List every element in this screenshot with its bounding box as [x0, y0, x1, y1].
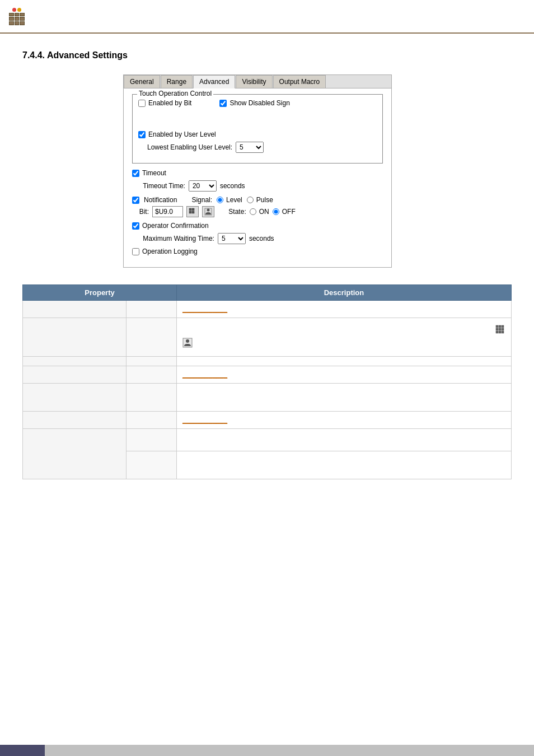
link-1[interactable]: ____________: [182, 305, 227, 313]
table-row: [23, 357, 512, 366]
prop-main-2: [23, 318, 127, 357]
enabled-by-user-level-checkbox[interactable]: [138, 131, 146, 138]
state-on-group: ON: [250, 208, 269, 216]
off-label: OFF: [282, 208, 296, 216]
bit-grid-icon[interactable]: [186, 206, 199, 217]
pulse-label: Pulse: [256, 196, 273, 204]
prop-main-5: [23, 384, 127, 412]
prop-main-3: [23, 357, 127, 366]
lowest-enabling-select[interactable]: 5 1 2 3 4: [236, 142, 264, 153]
table-row: ____________: [23, 301, 512, 318]
person-icon-small: [182, 338, 193, 348]
col-header-description: Description: [177, 285, 512, 301]
show-disabled-sign-checkbox[interactable]: [219, 100, 227, 107]
state-label: State:: [228, 208, 246, 216]
prop-sub-5: [127, 384, 177, 412]
timeout-time-select[interactable]: 20 5 10 30 60: [189, 180, 217, 192]
enabled-by-bit-checkbox[interactable]: [138, 100, 146, 107]
notification-checkbox[interactable]: [132, 197, 139, 204]
timeout-time-unit: seconds: [220, 182, 245, 190]
tab-visibility[interactable]: Visibility: [236, 75, 272, 88]
group-title: Touch Operation Control: [137, 90, 213, 97]
operator-confirmation-label: Operator Confirmation: [142, 222, 209, 230]
traffic-lights: [12, 8, 21, 12]
svg-rect-11: [502, 328, 504, 330]
on-label: ON: [259, 208, 269, 216]
state-off-radio[interactable]: [273, 208, 279, 215]
operation-logging-row: Operation Logging: [132, 248, 383, 255]
bit-input[interactable]: [152, 206, 183, 217]
timeout-label: Timeout: [142, 169, 166, 177]
grid-icon-small: [495, 325, 505, 334]
prop-main-1: [23, 301, 127, 318]
enabled-by-user-level-row: Enabled by User Level: [138, 130, 377, 138]
lowest-enabling-label: Lowest Enabling User Level:: [147, 143, 232, 151]
max-waiting-unit: seconds: [249, 235, 274, 242]
prop-sub-2: [127, 318, 177, 357]
prop-sub-7: [127, 429, 177, 451]
table-row: [23, 384, 512, 412]
property-table: Property Description ____________: [22, 284, 512, 479]
desc-5: [177, 384, 512, 412]
dot-yellow: [17, 8, 21, 12]
desc-1: ____________: [177, 301, 512, 318]
lowest-enabling-row: Lowest Enabling User Level: 5 1 2 3 4: [138, 142, 377, 153]
desc-2: [177, 318, 512, 357]
prop-sub-3: [127, 357, 177, 366]
dialog-content: Touch Operation Control Enabled by Bit S…: [124, 88, 391, 267]
timeout-section: Timeout Timeout Time: 20 5 10 30 60 seco…: [132, 169, 383, 192]
operator-confirmation-checkbox[interactable]: [132, 222, 139, 230]
bottom-accent: [0, 745, 45, 756]
top-bar: [0, 0, 534, 34]
svg-point-4: [207, 209, 210, 212]
tab-advanced[interactable]: Advanced: [193, 75, 235, 88]
prop-sub-6: [127, 412, 177, 429]
bit-person-icon[interactable]: [202, 206, 214, 217]
col-header-property: Property: [23, 285, 177, 301]
timeout-time-row: Timeout Time: 20 5 10 30 60 seconds: [132, 180, 383, 192]
show-disabled-sign-label: Show Disabled Sign: [229, 99, 289, 107]
svg-rect-1: [192, 208, 194, 211]
tab-range[interactable]: Range: [161, 75, 193, 88]
svg-rect-13: [499, 331, 501, 333]
state-off-group: OFF: [273, 208, 296, 216]
max-waiting-select[interactable]: 5 10 15 30: [218, 233, 246, 244]
operation-logging-checkbox[interactable]: [132, 248, 139, 255]
svg-rect-12: [496, 331, 498, 333]
operator-confirmation-row: Operator Confirmation: [132, 222, 383, 230]
svg-rect-14: [502, 331, 504, 333]
timeout-checkbox[interactable]: [132, 170, 139, 177]
prop-main-7: [23, 429, 127, 479]
bottom-bar: [0, 745, 534, 756]
bit-row: Bit:: [132, 206, 383, 217]
grid-icon: [9, 13, 25, 25]
level-label: Level: [226, 196, 242, 204]
tab-output-macro[interactable]: Output Macro: [273, 75, 326, 88]
timeout-time-label: Timeout Time:: [143, 182, 185, 190]
state-on-radio[interactable]: [250, 208, 256, 215]
prop-sub-8: [127, 451, 177, 479]
tab-bar: General Range Advanced Visibility Output…: [124, 75, 391, 88]
notification-section: Notification Signal: Level Pulse Bit:: [132, 196, 383, 217]
svg-rect-10: [499, 328, 501, 330]
svg-rect-8: [502, 325, 504, 328]
link-4[interactable]: ____________: [182, 371, 227, 379]
svg-point-16: [186, 339, 189, 343]
signal-pulse-group: Pulse: [247, 196, 273, 204]
link-6[interactable]: ____________: [182, 416, 227, 424]
dot-red: [12, 8, 16, 12]
desc-3: [177, 357, 512, 366]
svg-rect-2: [189, 211, 191, 213]
svg-rect-9: [496, 328, 498, 330]
enabled-by-user-level-label: Enabled by User Level: [148, 130, 216, 138]
table-row: ____________: [23, 366, 512, 384]
tab-general[interactable]: General: [124, 75, 160, 88]
signal-pulse-radio[interactable]: [247, 197, 254, 203]
operator-confirmation-section: Operator Confirmation Maximum Waiting Ti…: [132, 222, 383, 244]
max-waiting-row: Maximum Waiting Time: 5 10 15 30 seconds: [132, 233, 383, 244]
svg-rect-6: [496, 325, 498, 328]
signal-level-radio[interactable]: [217, 197, 223, 203]
desc-7: [177, 429, 512, 451]
signal-level-group: Level: [217, 196, 242, 204]
svg-rect-7: [499, 325, 501, 328]
